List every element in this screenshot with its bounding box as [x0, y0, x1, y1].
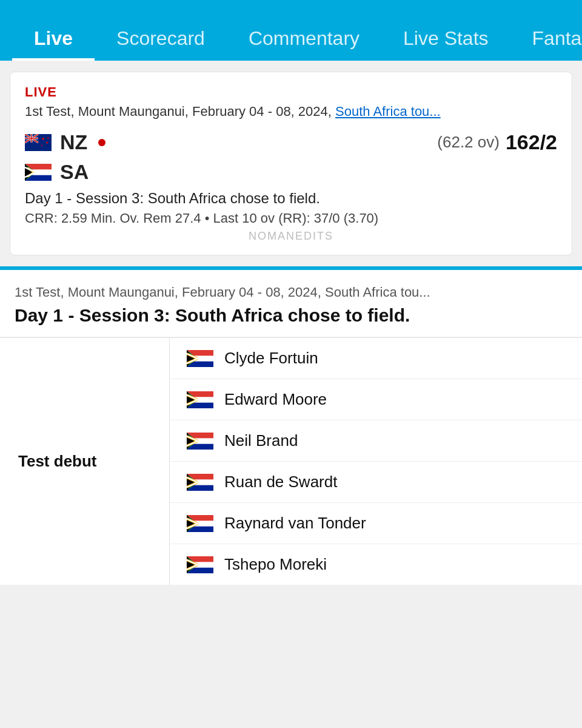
flag-sa-player-icon — [187, 350, 213, 367]
player-name: Neil Brand — [224, 431, 298, 450]
nz-score-section: (62.2 ov) 162/2 — [437, 130, 557, 154]
player-row: Clyde Fortuin — [170, 338, 582, 379]
player-row: Raynard van Tonder — [170, 503, 582, 544]
flag-sa-player-icon — [187, 391, 213, 408]
details-series-link[interactable]: South Africa tou... — [325, 285, 430, 300]
sa-team-left: SA — [25, 160, 89, 184]
debut-left-panel: Test debut — [0, 338, 170, 585]
flag-sa-player-icon — [187, 433, 213, 450]
flag-sa-player-icon — [187, 556, 213, 573]
flag-sa-player-icon — [187, 515, 213, 532]
debut-label: Test debut — [18, 452, 97, 471]
debut-table: Test debut Clyde Fortuin Edward Moore Ne… — [0, 337, 582, 585]
nav-item-live[interactable]: Live — [12, 16, 95, 61]
navigation-bar: Live Scorecard Commentary Live Stats Fan… — [0, 0, 582, 61]
live-badge: LIVE — [25, 84, 557, 100]
series-link[interactable]: South Africa tou... — [335, 104, 441, 119]
nav-item-commentary[interactable]: Commentary — [227, 16, 381, 61]
match-info: 1st Test, Mount Maunganui, February 04 -… — [25, 104, 557, 120]
nav-item-scorecard[interactable]: Scorecard — [95, 16, 227, 61]
nz-overs: (62.2 ov) — [437, 133, 500, 152]
flag-sa-icon — [25, 164, 52, 181]
svg-text:★: ★ — [45, 141, 48, 144]
live-indicator-dot — [98, 139, 105, 146]
watermark: NOMANEDITS — [25, 230, 557, 243]
player-name: Tshepo Moreki — [224, 555, 327, 574]
team-row-sa: SA — [25, 160, 557, 184]
sa-team-name: SA — [60, 160, 89, 184]
player-row: Edward Moore — [170, 379, 582, 420]
player-name: Ruan de Swardt — [224, 473, 337, 491]
svg-rect-8 — [31, 134, 32, 143]
player-row: Ruan de Swardt — [170, 462, 582, 503]
crr-text: CRR: 2.59 Min. Ov. Rem 27.4 • Last 10 ov… — [25, 211, 557, 226]
details-section: 1st Test, Mount Maunganui, February 04 -… — [0, 270, 582, 585]
nav-item-fantasy[interactable]: Fantas — [510, 16, 582, 61]
debut-right-panel: Clyde Fortuin Edward Moore Neil Brand Ru… — [170, 338, 582, 585]
player-row: Neil Brand — [170, 420, 582, 462]
details-info-text: 1st Test, Mount Maunganui, February 04 -… — [15, 285, 321, 300]
player-name: Raynard van Tonder — [224, 514, 366, 533]
player-name: Edward Moore — [224, 390, 327, 409]
flag-nz-icon: ★ ★ ★ ★ — [25, 134, 52, 151]
details-match-info: 1st Test, Mount Maunganui, February 04 -… — [15, 285, 567, 300]
match-info-text: 1st Test, Mount Maunganui, February 04 -… — [25, 104, 332, 119]
nav-item-livestats[interactable]: Live Stats — [381, 16, 510, 61]
flag-sa-player-icon — [187, 474, 213, 491]
team-row-nz: ★ ★ ★ ★ NZ (62.2 ov) 162/2 — [25, 130, 557, 154]
nz-team-name: NZ — [60, 130, 87, 154]
match-card: LIVE 1st Test, Mount Maunganui, February… — [10, 72, 572, 255]
player-name: Clyde Fortuin — [224, 349, 318, 368]
svg-text:★: ★ — [41, 144, 43, 147]
session-text: Day 1 - Session 3: South Africa chose to… — [25, 190, 557, 207]
details-title: Day 1 - Session 3: South Africa chose to… — [15, 305, 567, 326]
nz-team-left: ★ ★ ★ ★ NZ — [25, 130, 105, 154]
details-header: 1st Test, Mount Maunganui, February 04 -… — [0, 270, 582, 337]
player-row: Tshepo Moreki — [170, 544, 582, 585]
nz-score: 162/2 — [506, 130, 557, 154]
svg-text:★: ★ — [41, 136, 45, 141]
